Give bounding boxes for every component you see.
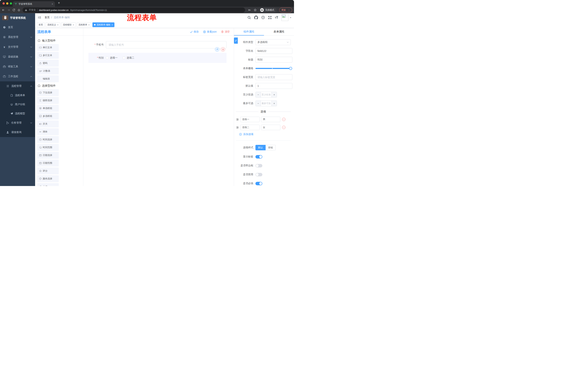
pill-select[interactable]: 下拉选择 — [37, 89, 59, 96]
delete-component-button[interactable] — [221, 47, 225, 52]
pill-slider[interactable]: 滑块 — [37, 128, 59, 135]
sidebar-item-payment[interactable]: ¥ 支付管理 — [0, 42, 35, 52]
tab-close-icon[interactable]: × — [52, 2, 53, 5]
tab-form-props[interactable]: 表单属性 — [264, 28, 294, 35]
github-icon[interactable] — [254, 16, 258, 20]
decrement-button[interactable]: − — [256, 101, 261, 106]
copy-component-button[interactable] — [215, 47, 219, 52]
sidebar-item-task-management[interactable]: 任务管理 — [0, 118, 35, 128]
help-icon[interactable]: ? — [261, 16, 265, 19]
slider-track[interactable] — [255, 68, 291, 69]
drag-handle-icon[interactable] — [236, 126, 239, 129]
url-bar[interactable]: 不安全 dashboard.yudao.iocoder.cn/bpm/manag… — [22, 8, 245, 12]
pill-cascader[interactable]: 级联选择 — [37, 97, 59, 104]
remove-option-button[interactable]: − — [282, 118, 285, 121]
checkbox[interactable] — [106, 57, 108, 59]
search-icon[interactable] — [247, 16, 251, 19]
tag-home[interactable]: 首页 — [37, 22, 45, 27]
pill-time-range[interactable]: 时间范围 — [37, 144, 59, 151]
tag-process-definition[interactable]: 流程定义 × — [46, 22, 60, 27]
tag-process-form-edit[interactable]: 流程表单-编辑 × — [92, 22, 115, 27]
security-warning-icon[interactable] — [25, 9, 27, 11]
reload-icon[interactable] — [12, 9, 15, 11]
show-label-toggle[interactable] — [255, 155, 262, 159]
style-default-button[interactable]: 默认 — [255, 145, 266, 150]
password-key-icon[interactable] — [248, 9, 251, 11]
home-icon[interactable] — [18, 9, 20, 11]
field-name-input[interactable] — [255, 48, 292, 54]
pill-color-picker[interactable]: 颜色选择 — [37, 175, 59, 182]
font-size-icon[interactable]: TT — [275, 16, 278, 20]
forward-icon[interactable] — [7, 9, 10, 11]
bookmark-star-icon[interactable] — [254, 9, 257, 11]
gender-field-selected[interactable]: *性别 选项一 选项二 — [88, 53, 227, 63]
grid-slider[interactable] — [255, 65, 291, 71]
tab-component-props[interactable]: 组件属性 — [234, 28, 264, 35]
component-type-select[interactable]: 多选框组 — [255, 39, 291, 45]
breadcrumb-home[interactable]: 首页 — [45, 16, 50, 19]
min-select-value[interactable]: 至少应选 — [261, 92, 272, 97]
window-zoom-button[interactable] — [10, 2, 12, 5]
sidebar-item-process-form[interactable]: 流程表单 — [0, 91, 35, 100]
title-input[interactable] — [255, 57, 292, 63]
tag-close-icon[interactable]: × — [73, 24, 74, 26]
sidebar-item-devtools[interactable]: 研发工具 — [0, 62, 35, 72]
max-select-value[interactable]: 最多可选 — [261, 101, 272, 106]
sidebar-item-user-group[interactable]: 用户分组 — [0, 100, 35, 109]
gender-option-1[interactable]: 选项一 — [106, 56, 117, 60]
slider-handle[interactable] — [289, 67, 292, 70]
pill-upload[interactable]: 上传 — [37, 183, 59, 186]
option-name-input[interactable] — [240, 117, 260, 122]
remove-option-button[interactable]: − — [282, 126, 285, 129]
phone-input[interactable] — [106, 41, 227, 48]
avatar[interactable] — [282, 14, 288, 21]
pill-counter[interactable]: 123 计数器 — [37, 67, 59, 74]
browser-tab[interactable]: 芋道管理系统 × — [13, 1, 55, 7]
sidebar-item-infrastructure[interactable]: 基础设施 — [0, 52, 35, 62]
tag-close-icon[interactable]: × — [112, 24, 113, 26]
increment-button[interactable]: + — [272, 101, 277, 106]
sidebar-item-workflow[interactable]: 工作流程 — [0, 72, 35, 81]
pill-editor[interactable]: 编辑器 — [37, 75, 59, 82]
sidebar-item-home[interactable]: 首页 — [0, 22, 35, 32]
save-button[interactable]: 保存 — [190, 30, 199, 33]
label-width-input[interactable] — [255, 74, 292, 80]
checkbox[interactable] — [123, 57, 125, 59]
decrement-button[interactable]: − — [256, 92, 261, 97]
option-value-input[interactable] — [261, 125, 280, 130]
sidebar-collapse-icon[interactable] — [38, 16, 41, 19]
window-minimize-button[interactable] — [6, 2, 8, 5]
style-button-button[interactable]: 按钮 — [266, 145, 276, 150]
update-button[interactable]: 更新 ⋮ — [279, 8, 292, 12]
default-value-input[interactable] — [255, 83, 292, 89]
link-tag[interactable] — [234, 37, 238, 44]
sidebar-item-leave-query[interactable]: 请假查询 — [0, 128, 35, 137]
pill-single-line-text[interactable]: 单行文本 — [37, 44, 59, 51]
pill-multi-line-text[interactable]: 多行文本 — [37, 52, 59, 59]
pill-checkbox-group[interactable]: 多选框组 — [37, 113, 59, 120]
drag-handle-icon[interactable] — [236, 118, 239, 121]
increment-button[interactable]: + — [272, 92, 277, 97]
pill-rate[interactable]: 评分 — [37, 167, 59, 174]
border-toggle[interactable] — [255, 164, 262, 167]
sidebar-item-process-model[interactable]: 流程模型 — [0, 109, 35, 118]
phone-field[interactable]: *手机号 — [88, 41, 227, 48]
sidebar-item-process-management[interactable]: 流程管理 — [0, 81, 35, 91]
option-name-input[interactable] — [240, 125, 260, 130]
disabled-toggle[interactable] — [255, 173, 262, 176]
clear-button[interactable]: 清空 — [221, 30, 230, 33]
tag-process-form[interactable]: 流程表单 × — [77, 22, 91, 27]
pill-password[interactable]: 密码 — [37, 60, 59, 67]
option-value-input[interactable] — [261, 117, 280, 122]
tag-close-icon[interactable]: × — [57, 24, 59, 26]
sidebar-item-system[interactable]: 系统管理 — [0, 32, 35, 42]
avatar-caret-icon[interactable]: ▾ — [290, 17, 291, 19]
view-json-button[interactable]: 查看json — [203, 30, 217, 33]
fullscreen-icon[interactable] — [268, 16, 272, 19]
add-option-button[interactable]: 添加选项 — [239, 133, 291, 136]
gender-option-2[interactable]: 选项二 — [123, 56, 134, 60]
new-tab-button[interactable]: + — [58, 1, 60, 5]
tag-close-icon[interactable]: × — [88, 24, 90, 26]
browser-menu-icon[interactable]: ⋮ — [288, 9, 290, 11]
pill-time-picker[interactable]: 时间选择 — [37, 136, 59, 143]
